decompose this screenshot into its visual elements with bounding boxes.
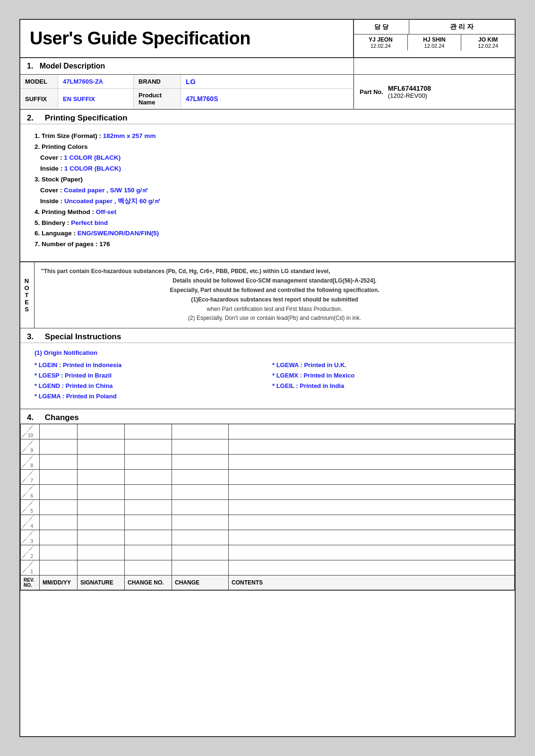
product-name-label: Product Name bbox=[134, 89, 181, 109]
table-cell bbox=[78, 424, 125, 439]
table-row: 6 bbox=[21, 484, 515, 499]
section-special: 3. Special Instructions (1) Origin Notif… bbox=[20, 328, 515, 409]
print-item-cover-color: Cover : 1 COLOR (BLACK) bbox=[35, 153, 500, 163]
table-cell bbox=[125, 545, 172, 560]
page: User's Guide Specification 담 당 관 리 자 YJ … bbox=[19, 19, 516, 737]
table-cell bbox=[78, 469, 125, 484]
table-cell bbox=[172, 499, 229, 515]
product-name-value: 47LM760S bbox=[181, 89, 354, 109]
origin-right-1: * LGEMX : Printed in Mexico bbox=[272, 370, 500, 381]
origin-label: (1) Origin Notification bbox=[35, 348, 500, 358]
table-cell bbox=[172, 424, 229, 439]
table-cell bbox=[172, 530, 229, 545]
table-row: 1 bbox=[21, 560, 515, 575]
print-item-5: 5. Bindery : Perfect bind bbox=[35, 218, 500, 229]
table-cell bbox=[172, 469, 229, 484]
brand-label: BRAND bbox=[134, 75, 181, 88]
table-cell bbox=[125, 530, 172, 545]
suffix-label: SUFFIX bbox=[20, 89, 58, 109]
table-cell bbox=[229, 439, 515, 454]
table-cell bbox=[229, 530, 515, 545]
table-cell bbox=[229, 560, 515, 575]
table-cell bbox=[40, 454, 78, 469]
table-cell bbox=[78, 545, 125, 560]
signoffs-row: YJ JEON 12.02.24 HJ SHIN 12.02.24 JO KIM… bbox=[354, 34, 515, 51]
page-title: User's Guide Specification bbox=[30, 28, 344, 49]
table-cell bbox=[40, 545, 78, 560]
table-cell bbox=[172, 484, 229, 499]
origins-right: * LGEWA : Printed in U.K. * LGEMX : Prin… bbox=[272, 360, 500, 402]
table-cell bbox=[172, 545, 229, 560]
table-cell bbox=[125, 560, 172, 575]
table-cell bbox=[78, 484, 125, 499]
print-item-4: 4. Printing Method : Off-set bbox=[35, 207, 500, 218]
footer-cell-3: CHANGE NO. bbox=[125, 575, 172, 590]
table-row: 3 bbox=[21, 530, 515, 545]
roles-row: 담 당 관 리 자 bbox=[354, 20, 515, 34]
section-4-header: 4. Changes bbox=[20, 409, 515, 424]
origin-left-2: * LGEND : Printed in China bbox=[35, 381, 263, 391]
section-changes: 4. Changes 10 9 8 7 6 5 4 3 2 1 REV. NO.… bbox=[20, 409, 515, 591]
origin-left-1: * LGESP : Printed in Brazil bbox=[35, 370, 263, 381]
note-line-6: (2) Especially, Don't use or contain lea… bbox=[41, 314, 508, 323]
table-row: 2 bbox=[21, 545, 515, 560]
special-content: (1) Origin Notification * LGEIN : Printe… bbox=[20, 343, 515, 408]
section-2-header: 2. Printing Specification bbox=[20, 110, 515, 124]
suffix-value: EN SUFFIX bbox=[58, 89, 134, 109]
table-cell bbox=[172, 515, 229, 530]
footer-cell-4: CHANGE bbox=[172, 575, 229, 590]
signoff-date-2: 12.02.24 bbox=[462, 43, 514, 49]
note-line-1: "This part contain Eco-hazardous substan… bbox=[41, 267, 508, 276]
header-right: 담 당 관 리 자 YJ JEON 12.02.24 HJ SHIN 12.02… bbox=[354, 20, 515, 57]
table-cell bbox=[125, 439, 172, 454]
printing-content: 1. Trim Size (Format) : 182mm x 257 mm 2… bbox=[20, 124, 515, 261]
signoff-name-2: JO KIM bbox=[462, 36, 514, 43]
table-cell bbox=[229, 499, 515, 515]
table-cell bbox=[229, 484, 515, 499]
origin-grid: * LGEIN : Printed in Indonesia * LGESP :… bbox=[35, 360, 500, 402]
table-cell bbox=[125, 469, 172, 484]
table-cell bbox=[172, 454, 229, 469]
part-no-label: Part No. bbox=[360, 88, 383, 95]
signoff-2: JO KIM 12.02.24 bbox=[461, 34, 515, 51]
table-cell bbox=[125, 515, 172, 530]
origin-right-2: * LGEIL : Printed in India bbox=[272, 381, 500, 391]
table-cell bbox=[125, 424, 172, 439]
table-cell bbox=[40, 530, 78, 545]
print-item-inside-color: Inside : 1 COLOR (BLACK) bbox=[35, 163, 500, 174]
table-cell bbox=[40, 484, 78, 499]
header: User's Guide Specification 담 당 관 리 자 YJ … bbox=[20, 20, 515, 58]
table-cell bbox=[229, 545, 515, 560]
model-label: MODEL bbox=[20, 75, 58, 88]
header-title-area: User's Guide Specification bbox=[20, 20, 354, 57]
footer-cell-5: CONTENTS bbox=[229, 575, 515, 590]
table-cell bbox=[229, 469, 515, 484]
table-cell bbox=[125, 454, 172, 469]
role-label-2: 관 리 자 bbox=[409, 20, 515, 34]
table-cell bbox=[229, 515, 515, 530]
notes-label: NOTES bbox=[20, 262, 35, 328]
table-cell bbox=[78, 439, 125, 454]
table-cell bbox=[40, 515, 78, 530]
origin-right-0: * LGEWA : Printed in U.K. bbox=[272, 360, 500, 370]
print-item-2: 2. Printing Colors bbox=[35, 142, 500, 153]
table-row: 4 bbox=[21, 515, 515, 530]
signoff-name-1: HJ SHIN bbox=[409, 36, 460, 43]
section-1-header: 1. Model Description bbox=[20, 58, 354, 74]
print-item-3: 3. Stock (Paper) bbox=[35, 174, 500, 185]
print-item-7: 7. Number of pages : 176 bbox=[35, 239, 500, 250]
model-value: 47LM760S-ZA bbox=[58, 75, 134, 88]
table-cell bbox=[125, 499, 172, 515]
origins-left: * LGEIN : Printed in Indonesia * LGESP :… bbox=[35, 360, 263, 402]
table-cell bbox=[40, 439, 78, 454]
table-cell bbox=[78, 515, 125, 530]
table-cell bbox=[40, 499, 78, 515]
print-item-cover-stock: Cover : Coated paper , S/W 150 g/㎡ bbox=[35, 185, 500, 196]
changes-table: 10 9 8 7 6 5 4 3 2 1 REV. NO.MM/DD/YYSIG… bbox=[20, 424, 515, 590]
table-row: 8 bbox=[21, 454, 515, 469]
section-model: 1. Model Description MODEL 47LM760S-ZA B… bbox=[20, 58, 515, 110]
footer-cell-2: SIGNATURE bbox=[78, 575, 125, 590]
table-cell bbox=[78, 499, 125, 515]
signoff-name-0: YJ JEON bbox=[355, 36, 406, 43]
note-line-3: Especially, Part should be followed and … bbox=[41, 286, 508, 295]
